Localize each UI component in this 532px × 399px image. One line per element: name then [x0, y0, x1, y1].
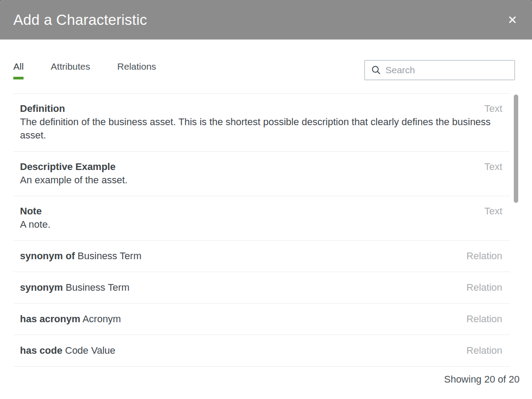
tab-attributes[interactable]: Attributes [51, 60, 90, 79]
search-icon [371, 65, 381, 75]
modal-overlay: Add a Characteristic ✕ All Attributes Re… [0, 0, 532, 399]
item-type-badge: Text [484, 205, 502, 218]
close-icon: ✕ [508, 13, 517, 27]
result-count: Showing 20 of 20 [0, 367, 532, 386]
tab-all[interactable]: All [13, 60, 24, 79]
dialog-title: Add a Characteristic [13, 12, 147, 28]
tab-bar: All Attributes Relations [13, 60, 156, 79]
dialog-header: Add a Characteristic ✕ [0, 0, 532, 40]
item-type-badge: Text [484, 160, 502, 174]
relation-target: Business Term [78, 250, 142, 261]
characteristic-list: Definition Text The definition of the bu… [13, 93, 510, 367]
item-type-badge: Relation [466, 281, 502, 294]
close-button[interactable]: ✕ [503, 11, 522, 29]
item-type-badge: Text [484, 102, 502, 115]
list-item-descriptive-example[interactable]: Descriptive Example Text An example of t… [13, 152, 510, 196]
tab-relations[interactable]: Relations [117, 60, 156, 79]
list-item-has-code[interactable]: has code Code Value Relation [13, 335, 510, 367]
list-item-has-acronym[interactable]: has acronym Acronym Relation [13, 304, 510, 335]
item-type-badge: Relation [466, 249, 502, 263]
item-description: A note. [20, 218, 500, 231]
relation-target: Business Term [66, 282, 130, 293]
item-name: Note [20, 205, 42, 218]
relation-target: Code Value [65, 345, 115, 356]
list-item-note[interactable]: Note Text A note. [13, 196, 510, 241]
item-type-badge: Relation [466, 344, 502, 357]
add-characteristic-dialog: Add a Characteristic ✕ All Attributes Re… [0, 0, 532, 399]
item-description: An example of the asset. [20, 174, 500, 187]
toolbar: All Attributes Relations [13, 60, 515, 80]
list-item-synonym-of[interactable]: synonym of Business Term Relation [13, 241, 510, 272]
relation-name: has code [20, 345, 62, 356]
relation-target: Acronym [83, 313, 121, 324]
item-type-badge: Relation [466, 312, 502, 326]
item-name: Definition [20, 102, 65, 115]
search-box[interactable] [364, 60, 515, 80]
list-item-synonym[interactable]: synonym Business Term Relation [13, 272, 510, 304]
item-description: The definition of the business asset. Th… [20, 115, 500, 142]
relation-name: synonym [20, 282, 63, 293]
item-name: Descriptive Example [20, 160, 115, 174]
list-item-definition[interactable]: Definition Text The definition of the bu… [13, 94, 510, 152]
search-input[interactable] [385, 65, 509, 75]
relation-name: has acronym [20, 313, 80, 324]
relation-name: synonym of [20, 250, 75, 261]
scrollbar-thumb[interactable] [514, 95, 518, 203]
